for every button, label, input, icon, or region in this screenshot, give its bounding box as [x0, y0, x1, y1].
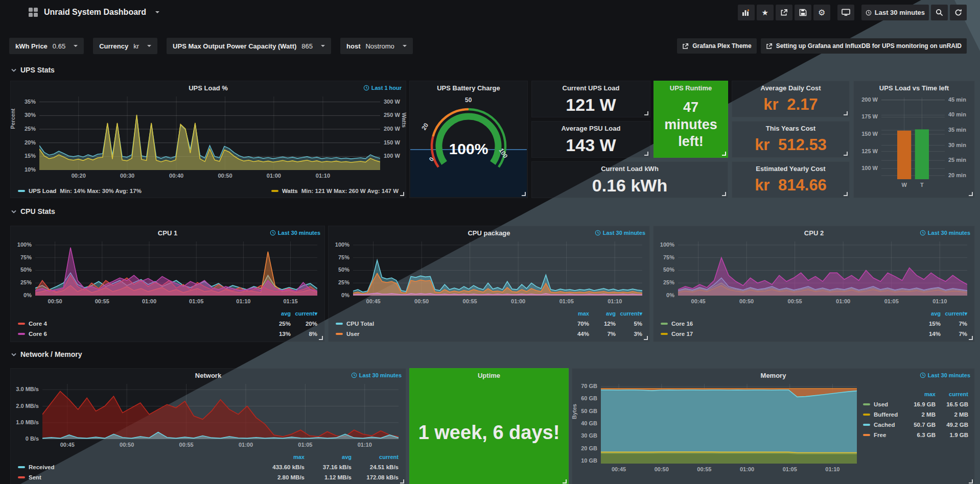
legend-column-header[interactable]: max: [563, 310, 589, 317]
axis-tick: 00:45: [691, 298, 706, 304]
panel-title[interactable]: Memory: [572, 372, 974, 379]
cpu2-chart[interactable]: 00:4500:5000:5501:0001:0501:10100%75%50%…: [678, 241, 967, 296]
legend-item[interactable]: Received433.60 kB/s37.16 kB/s24.51 kB/s: [18, 462, 399, 472]
time-range-label[interactable]: Last 30 minutes: [920, 230, 970, 236]
cpu-package-chart[interactable]: 00:4500:5000:5501:0001:0501:10100%75%50%…: [353, 241, 642, 296]
chart-legend: avgcurrent▾Core 425%20%Core 613%8%: [18, 308, 317, 339]
share-button[interactable]: [776, 5, 792, 20]
star-button[interactable]: ★: [757, 5, 774, 20]
legend-item[interactable]: Cached50.7 GB49.2 GB: [863, 420, 968, 430]
legend-item[interactable]: User44%7%3%: [336, 329, 642, 339]
gauge-value: 100%: [417, 140, 520, 158]
axis-tick: 01:15: [283, 298, 297, 304]
cycle-view-button[interactable]: [837, 5, 854, 20]
panel-title[interactable]: Estimated Yearly Cost: [732, 165, 849, 173]
save-button[interactable]: [795, 5, 811, 20]
gauge-scale-50: 50: [465, 96, 472, 104]
panel-uptime: Uptime 1 week, 6 days!: [409, 368, 569, 484]
refresh-icon: [954, 9, 962, 16]
axis-tick: 25 min: [948, 157, 966, 163]
legend-item[interactable]: CPU Total70%12%5%: [336, 319, 642, 329]
legend-column-header[interactable]: current▾: [616, 310, 642, 317]
legend-column-header[interactable]: current▾: [291, 310, 317, 317]
legend-item[interactable]: Core 425%20%: [18, 319, 317, 329]
stat-value: 47 minutes left!: [654, 94, 728, 155]
legend-column-header[interactable]: current▾: [941, 310, 967, 317]
refresh-button[interactable]: [950, 5, 967, 20]
axis-tick: 01:10: [358, 442, 372, 448]
chart-legend: UPS LoadMin: 14% Max: 30% Avg: 17%WattsM…: [18, 188, 399, 194]
panel-title[interactable]: UPS Load %: [11, 84, 406, 92]
settings-button[interactable]: ⚙: [813, 5, 830, 20]
legend-item[interactable]: Core 1615%7%: [661, 319, 967, 329]
panel-title[interactable]: UPS Load vs Time left: [854, 84, 974, 92]
legend-item[interactable]: Sent2.80 MB/s1.12 MB/s172.08 kB/s: [18, 472, 399, 482]
section-network-memory[interactable]: Network / Memory: [11, 350, 82, 358]
legend-item[interactable]: Free6.3 GB1.9 GB: [863, 430, 968, 440]
toolbar: ★ ⚙ Last 30 minutes: [738, 5, 967, 20]
time-range-label[interactable]: Last 30 minutes: [351, 372, 402, 378]
link-grafana-plex-theme[interactable]: Grafana Plex Theme: [677, 38, 756, 54]
axis-tick: 00:50: [120, 442, 134, 448]
battery-gauge[interactable]: 0 20 50 100 100%: [417, 96, 520, 177]
panel-title[interactable]: Average Daily Cost: [732, 84, 849, 92]
panel-memory: Memory Last 30 minutes Bytes 00:4500:500…: [572, 368, 975, 484]
ups-load-chart[interactable]: 00:2000:3000:4000:5001:0001:1035%30%25%2…: [39, 96, 380, 170]
dashboard-title-menu[interactable]: Unraid System Dashboard: [29, 8, 159, 17]
panel-title[interactable]: UPS Battery Charge: [410, 84, 527, 92]
panel-title[interactable]: Current Load kWh: [532, 165, 728, 173]
network-chart[interactable]: 00:4500:5000:5501:0001:0501:103.0 MB/s2.…: [42, 384, 399, 439]
variable-value: 865: [301, 42, 313, 50]
memory-chart[interactable]: 00:4500:5000:5501:0001:0501:1070 GB60 GB…: [601, 384, 857, 464]
panel-title[interactable]: UPS Runtime: [654, 84, 728, 92]
axis-tick: 125 W: [861, 148, 878, 154]
load-vs-time-chart[interactable]: WT200 W175 W150 W125 W100 W45 min40 min3…: [881, 98, 945, 179]
legend-column-header[interactable]: current: [936, 391, 968, 397]
axis-tick: 100 W: [384, 153, 400, 159]
time-range-label[interactable]: Last 30 minutes: [920, 372, 970, 378]
axis-tick: 00:55: [95, 298, 109, 304]
legend-item[interactable]: Core 1714%7%: [661, 329, 967, 339]
panel-cpu2: CPU 2 Last 30 minutes 00:4500:5000:5501:…: [653, 226, 975, 342]
legend-column-header[interactable]: avg: [264, 310, 291, 317]
time-range-label[interactable]: Last 30 minutes: [270, 230, 320, 236]
time-range-button[interactable]: Last 30 minutes: [861, 5, 929, 20]
variable-ups-max-output[interactable]: UPS Max Output Power Capacity (Watt) 865: [167, 38, 331, 54]
panel-title[interactable]: Current UPS Load: [532, 84, 650, 92]
legend-item[interactable]: UPS LoadMin: 14% Max: 30% Avg: 17%: [18, 188, 142, 194]
panel-title[interactable]: Network: [11, 372, 406, 379]
section-cpu-stats[interactable]: CPU Stats: [11, 207, 55, 215]
legend-item[interactable]: WattsMin: 121 W Max: 260 W Avg: 147 W: [271, 188, 399, 194]
time-range-label[interactable]: Last 30 minutes: [595, 230, 645, 236]
legend-swatch: [863, 403, 870, 405]
legend-column-header[interactable]: avg: [305, 454, 352, 460]
chevron-down-icon: [403, 45, 407, 47]
legend-column-header[interactable]: max: [903, 391, 936, 397]
cpu1-chart[interactable]: 00:5000:5501:0001:0501:1001:15100%75%50%…: [35, 241, 317, 296]
panel-title[interactable]: Uptime: [410, 372, 568, 379]
variable-host[interactable]: host Nostromo: [340, 38, 413, 54]
legend-item[interactable]: Used16.9 GB16.5 GB: [863, 399, 968, 409]
panel-title[interactable]: Average PSU Load: [532, 125, 650, 132]
legend-swatch: [18, 323, 25, 325]
legend-column-header[interactable]: avg: [589, 310, 616, 317]
variable-currency[interactable]: Currency kr: [93, 38, 157, 54]
panel-title[interactable]: This Years Cost: [732, 125, 849, 132]
section-ups-stats[interactable]: UPS Stats: [11, 66, 55, 74]
search-button[interactable]: [931, 5, 948, 20]
time-range-label[interactable]: Last 1 hour: [363, 85, 402, 91]
legend-item[interactable]: Core 613%8%: [18, 329, 317, 339]
axis-tick: 00:50: [218, 173, 232, 179]
add-panel-button[interactable]: [738, 5, 755, 20]
save-icon: [799, 9, 807, 16]
legend-item[interactable]: Buffered2 MB2 MB: [863, 409, 968, 420]
legend-column-header[interactable]: current: [352, 454, 399, 460]
clock-icon: [363, 85, 369, 91]
legend-column-header[interactable]: avg: [914, 310, 941, 317]
variable-value: kr: [133, 42, 139, 50]
section-title: CPU Stats: [20, 207, 55, 215]
variable-kwh-price[interactable]: kWh Price 0.65: [9, 38, 84, 54]
legend-column-header[interactable]: max: [258, 454, 305, 460]
link-ups-monitoring-guide[interactable]: Setting up Grafana and InfluxDB for UPS …: [761, 38, 967, 54]
chart-legend: maxavgcurrentReceived433.60 kB/s37.16 kB…: [18, 452, 399, 482]
